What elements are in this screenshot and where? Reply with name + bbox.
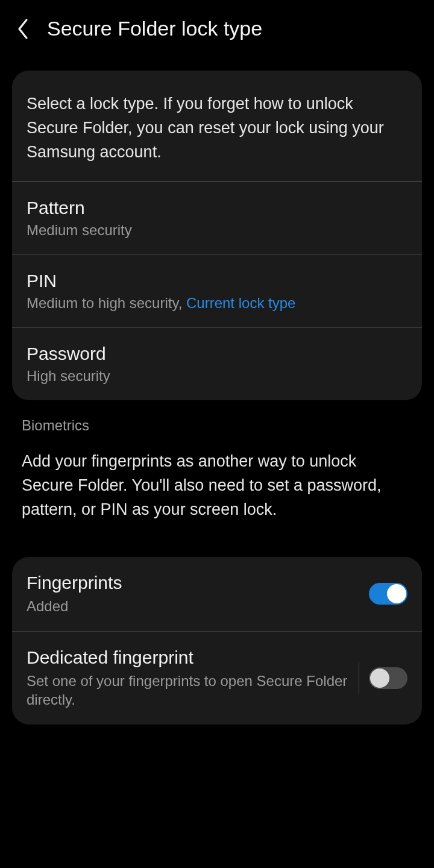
option-password[interactable]: Password High security bbox=[12, 328, 422, 400]
dedicated-fingerprint-row[interactable]: Dedicated fingerprint Set one of your fi… bbox=[12, 632, 422, 725]
option-title: Fingerprints bbox=[27, 573, 360, 593]
option-pin[interactable]: PIN Medium to high security, Current loc… bbox=[12, 255, 422, 328]
option-sub-prefix: Medium to high security, bbox=[27, 295, 186, 311]
header: Secure Folder lock type bbox=[0, 0, 434, 52]
option-sub: Medium security bbox=[27, 222, 407, 239]
vertical-divider bbox=[359, 662, 359, 694]
intro-text: Select a lock type. If you forget how to… bbox=[12, 71, 422, 182]
option-sub: Medium to high security, Current lock ty… bbox=[27, 295, 407, 312]
option-sub: Added bbox=[27, 597, 360, 615]
lock-type-card: Select a lock type. If you forget how to… bbox=[12, 71, 422, 400]
dedicated-fingerprint-toggle[interactable] bbox=[369, 667, 407, 689]
option-title: PIN bbox=[27, 271, 407, 291]
fingerprints-toggle[interactable] bbox=[369, 583, 407, 605]
toggle-knob bbox=[370, 668, 389, 688]
biometrics-label: Biometrics bbox=[0, 400, 434, 441]
option-title: Dedicated fingerprint bbox=[27, 647, 348, 668]
fingerprints-row[interactable]: Fingerprints Added bbox=[12, 557, 422, 632]
option-sub: Set one of your fingerprints to open Sec… bbox=[27, 671, 348, 709]
option-pattern[interactable]: Pattern Medium security bbox=[12, 182, 422, 255]
current-lock-label: Current lock type bbox=[186, 295, 295, 311]
option-sub: High security bbox=[27, 368, 407, 385]
biometrics-desc: Add your fingerprints as another way to … bbox=[0, 441, 434, 539]
toggle-knob bbox=[387, 584, 406, 603]
toggle-text: Fingerprints Added bbox=[27, 573, 369, 615]
option-title: Password bbox=[27, 344, 407, 364]
toggle-text: Dedicated fingerprint Set one of your fi… bbox=[27, 647, 356, 709]
page-title: Secure Folder lock type bbox=[47, 17, 262, 40]
option-title: Pattern bbox=[27, 198, 407, 218]
biometrics-card: Fingerprints Added Dedicated fingerprint… bbox=[12, 557, 422, 725]
back-icon[interactable] bbox=[12, 18, 34, 40]
